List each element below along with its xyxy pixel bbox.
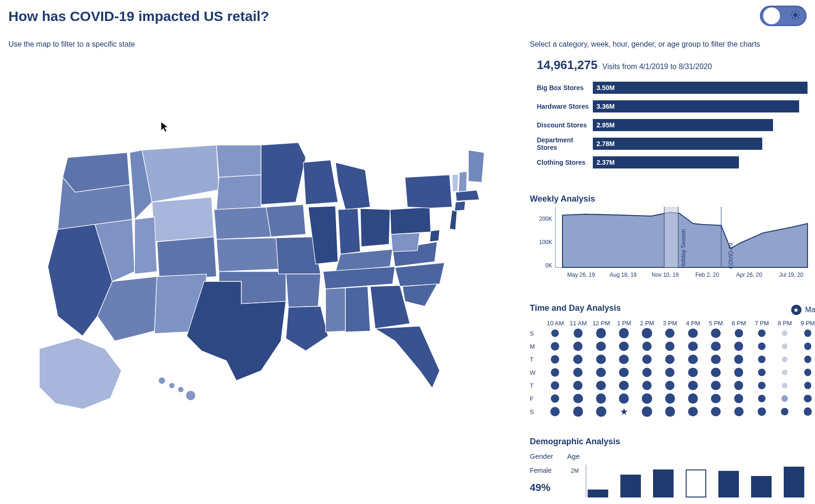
state-al[interactable]	[345, 287, 370, 332]
heat-cell[interactable]	[682, 327, 704, 340]
heat-cell[interactable]	[727, 366, 750, 379]
age-bar[interactable]	[588, 490, 608, 497]
state-ak[interactable]	[39, 338, 121, 409]
state-wv[interactable]	[391, 233, 420, 252]
heat-cell-max[interactable]: ★	[612, 405, 635, 418]
heat-cell[interactable]	[796, 405, 815, 418]
state-la[interactable]	[286, 306, 328, 351]
state-me[interactable]	[469, 150, 485, 182]
heat-cell[interactable]	[704, 366, 727, 379]
theme-toggle[interactable]	[760, 6, 807, 26]
heat-cell[interactable]	[659, 353, 682, 366]
state-ne[interactable]	[214, 207, 271, 239]
heat-cell[interactable]	[567, 379, 590, 392]
heat-cell[interactable]	[567, 353, 590, 366]
heat-cell[interactable]	[773, 366, 796, 379]
heat-cell[interactable]	[590, 379, 612, 392]
state-ct[interactable]	[455, 201, 465, 211]
heat-cell[interactable]	[727, 379, 750, 392]
heat-cell[interactable]	[544, 327, 567, 340]
state-mt[interactable]	[142, 145, 219, 202]
state-sc[interactable]	[402, 284, 437, 306]
heat-cell[interactable]	[704, 340, 727, 353]
heat-cell[interactable]	[635, 379, 658, 392]
heat-cell[interactable]	[590, 353, 612, 366]
heat-cell[interactable]	[612, 379, 635, 392]
heat-cell[interactable]	[773, 379, 796, 392]
heat-cell[interactable]	[590, 392, 612, 405]
heat-cell[interactable]	[635, 327, 658, 340]
cat-row[interactable]: Department Stores 2.78M	[537, 134, 808, 153]
heat-cell[interactable]	[727, 340, 750, 353]
heat-cell[interactable]	[567, 366, 590, 379]
heat-cell[interactable]	[567, 392, 590, 405]
heat-cell[interactable]	[682, 340, 704, 353]
heat-cell[interactable]	[590, 327, 612, 340]
heat-cell[interactable]	[750, 405, 773, 418]
heat-cell[interactable]	[659, 340, 682, 353]
heat-cell[interactable]	[612, 327, 635, 340]
heat-cell[interactable]	[659, 392, 682, 405]
age-bar-chart[interactable]	[588, 465, 815, 497]
state-fl[interactable]	[375, 326, 440, 388]
heat-cell[interactable]	[704, 405, 727, 418]
heat-cell[interactable]	[750, 327, 773, 340]
heat-cell[interactable]	[704, 392, 727, 405]
state-mi[interactable]	[336, 162, 370, 210]
heat-cell[interactable]	[750, 392, 773, 405]
heat-cell[interactable]	[635, 353, 658, 366]
state-nh[interactable]	[458, 171, 467, 192]
heat-cell[interactable]	[796, 353, 815, 366]
heat-cell[interactable]	[682, 353, 704, 366]
state-hi[interactable]	[158, 377, 165, 384]
states-group[interactable]	[39, 143, 484, 409]
heat-cell[interactable]	[682, 379, 704, 392]
heat-cell[interactable]	[659, 405, 682, 418]
heat-cell[interactable]	[544, 366, 567, 379]
state-in[interactable]	[338, 209, 360, 254]
heat-cell[interactable]	[773, 405, 796, 418]
heat-cell[interactable]	[796, 340, 815, 353]
heat-cell[interactable]	[796, 379, 815, 392]
heat-cell[interactable]	[612, 353, 635, 366]
heat-cell[interactable]	[796, 392, 815, 405]
heat-cell[interactable]	[567, 405, 590, 418]
heat-cell[interactable]	[773, 327, 796, 340]
state-ny[interactable]	[405, 175, 452, 208]
gender-block[interactable]: Gender Female 49%	[530, 452, 553, 497]
heat-cell[interactable]	[544, 392, 567, 405]
heat-cell[interactable]	[773, 340, 796, 353]
age-bar[interactable]	[620, 475, 641, 497]
state-wy[interactable]	[152, 197, 214, 242]
state-ar[interactable]	[286, 274, 321, 307]
heat-cell[interactable]	[750, 379, 773, 392]
heat-cell[interactable]	[590, 366, 612, 379]
state-nc[interactable]	[395, 263, 444, 287]
state-ia[interactable]	[266, 204, 306, 237]
heat-cell[interactable]	[612, 340, 635, 353]
state-wi[interactable]	[303, 160, 338, 205]
heat-cell[interactable]	[659, 379, 682, 392]
heat-cell[interactable]	[635, 392, 658, 405]
heat-cell[interactable]	[796, 366, 815, 379]
state-mn[interactable]	[261, 143, 306, 205]
heat-cell[interactable]	[773, 392, 796, 405]
state-hi[interactable]	[186, 391, 196, 400]
heat-cell[interactable]	[727, 405, 750, 418]
heat-cell[interactable]	[750, 340, 773, 353]
heat-cell[interactable]	[544, 379, 567, 392]
heat-cell[interactable]	[682, 366, 704, 379]
heat-cell[interactable]	[727, 392, 750, 405]
heat-cell[interactable]	[590, 340, 612, 353]
state-md[interactable]	[430, 230, 440, 242]
heat-cell[interactable]	[635, 405, 658, 418]
heat-cell[interactable]	[704, 379, 727, 392]
heat-cell[interactable]	[612, 366, 635, 379]
heat-cell[interactable]	[544, 353, 567, 366]
heat-cell[interactable]	[635, 366, 658, 379]
state-nd[interactable]	[217, 145, 261, 177]
weekly-area-chart[interactable]: 200K 100K 0K Holiday Season COVID-19 May…	[530, 207, 810, 286]
state-nj[interactable]	[450, 210, 457, 230]
heat-cell[interactable]	[727, 353, 750, 366]
heatmap-grid[interactable]: 10 AM11 AM12 PM1 PM2 PM3 PM4 PM5 PM6 PM7…	[530, 320, 815, 418]
